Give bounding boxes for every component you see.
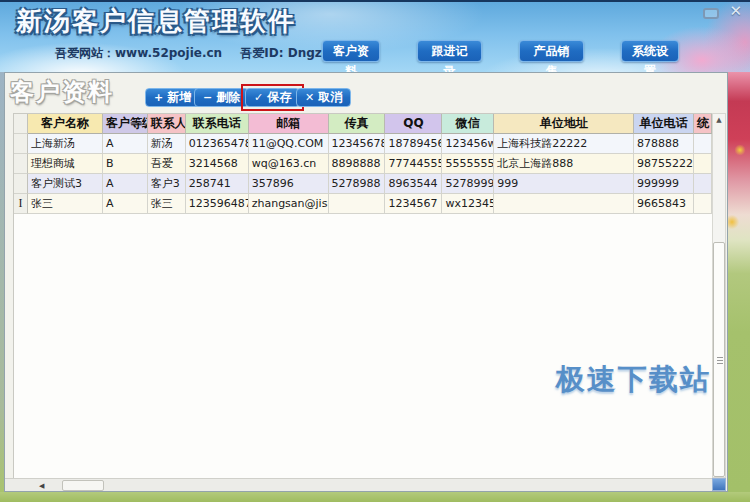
check-icon: ✓ — [254, 89, 263, 106]
table-row: 客户测试3A客户32587413578965278988896354452789… — [14, 174, 712, 194]
table-cell[interactable]: 258741 — [186, 174, 249, 194]
table-cell[interactable] — [329, 194, 386, 214]
scrollbar-grip — [717, 357, 723, 364]
table-cell[interactable]: 客户3 — [148, 174, 186, 194]
minus-icon: − — [203, 89, 212, 106]
table-cell[interactable]: 98755222 — [634, 154, 694, 174]
vertical-scrollbar-thumb[interactable] — [713, 242, 725, 477]
table-cell[interactable]: 01236547890 — [186, 134, 249, 154]
save-button[interactable]: ✓ 保存 — [245, 88, 300, 107]
table-cell[interactable]: 3214568 — [186, 154, 249, 174]
plus-icon: + — [154, 89, 163, 106]
table-cell[interactable]: 999 — [494, 174, 634, 194]
table-cell[interactable]: A — [103, 194, 148, 214]
table-cell[interactable]: 1234567 — [385, 194, 442, 214]
table-cell[interactable]: 上海新汤 — [28, 134, 103, 154]
table-cell[interactable]: 357896 — [249, 174, 329, 194]
column-header-11[interactable]: 统 — [694, 114, 712, 134]
scroll-left-icon[interactable]: ◀ — [39, 481, 44, 491]
row-indicator-cell[interactable] — [14, 134, 28, 154]
table-cell[interactable]: 11@QQ.COM — [249, 134, 329, 154]
column-header-4[interactable]: 联系电话 — [186, 114, 249, 134]
table-row: 理想商城B吾爱3214568wq@163.cn88988887774455555… — [14, 154, 712, 174]
column-header-9[interactable]: 单位地址 — [494, 114, 634, 134]
table-cell[interactable]: 123456789 — [329, 134, 386, 154]
column-header-2[interactable]: 客户等级 — [103, 114, 148, 134]
vertical-scrollbar[interactable]: ▲ — [712, 113, 726, 478]
horizontal-scrollbar-thumb[interactable] — [62, 480, 104, 491]
maximize-icon[interactable] — [703, 8, 719, 19]
row-edit-indicator[interactable]: I — [14, 194, 28, 214]
table-cell[interactable]: B — [103, 154, 148, 174]
table-cell[interactable]: 5555555 — [442, 154, 494, 174]
watermark-text: 极速下载站 — [556, 360, 711, 400]
window-controls: ✕ — [703, 2, 742, 20]
app-window: 新汤客户信息管理软件 ✕ 吾爱网站：www.52pojie.cn 吾爱ID: D… — [0, 0, 750, 502]
table-cell[interactable]: 8963544 — [385, 174, 442, 194]
close-icon[interactable]: ✕ — [729, 2, 742, 20]
table-cell[interactable]: 理想商城 — [28, 154, 103, 174]
table-cell[interactable]: 9665843 — [634, 194, 694, 214]
column-header-5[interactable]: 邮箱 — [249, 114, 329, 134]
add-button[interactable]: + 新增 — [145, 88, 200, 107]
scrollbar-corner — [712, 478, 726, 491]
delete-button-label: 删除 — [216, 89, 240, 106]
table-cell[interactable]: 1878945698 — [385, 134, 442, 154]
app-title: 新汤客户信息管理软件 — [16, 4, 296, 39]
table-cell[interactable]: A — [103, 134, 148, 154]
table-row: I张三A张三12359648713zhangsan@jisux1234567wx… — [14, 194, 712, 214]
nav-customer-info-button[interactable]: 客户资料 — [322, 40, 380, 62]
table-cell[interactable]: 777445555 — [385, 154, 442, 174]
table-cell[interactable]: 5278988 — [329, 174, 386, 194]
column-header-3[interactable]: 联系人 — [148, 114, 186, 134]
table-cell[interactable]: 123456www — [442, 134, 494, 154]
row-indicator-cell[interactable] — [14, 154, 28, 174]
window-frame-right — [728, 72, 750, 492]
page-title: 客户资料 — [10, 76, 114, 108]
table-cell[interactable]: wx1234567 — [442, 194, 494, 214]
table-cell[interactable]: 新汤 — [148, 134, 186, 154]
table-cell[interactable]: 12359648713 — [186, 194, 249, 214]
column-header-7[interactable]: QQ — [385, 114, 442, 134]
table-cell[interactable] — [694, 194, 712, 214]
save-button-highlight-box: ✓ 保存 — [241, 84, 304, 111]
table-cell[interactable]: 张三 — [28, 194, 103, 214]
table-cell[interactable] — [494, 194, 634, 214]
row-indicator-header — [14, 114, 28, 134]
account-info: 吾爱网站：www.52pojie.cn 吾爱ID: Dngzdly — [55, 45, 356, 62]
table-cell[interactable]: A — [103, 174, 148, 194]
scroll-up-icon[interactable]: ▲ — [713, 114, 725, 127]
table-cell[interactable] — [694, 154, 712, 174]
row-indicator-cell[interactable] — [14, 174, 28, 194]
column-header-10[interactable]: 单位电话 — [634, 114, 694, 134]
customer-table: 客户名称客户等级联系人联系电话邮箱传真QQ微信单位地址单位电话统上海新汤A新汤0… — [13, 113, 712, 478]
table-cell[interactable]: 吾爱 — [148, 154, 186, 174]
column-header-1[interactable]: 客户名称 — [28, 114, 103, 134]
table-cell[interactable]: 张三 — [148, 194, 186, 214]
table-header-row: 客户名称客户等级联系人联系电话邮箱传真QQ微信单位地址单位电话统 — [14, 114, 712, 134]
x-icon: ✕ — [305, 89, 314, 106]
cancel-button[interactable]: ✕ 取消 — [296, 88, 351, 107]
column-header-6[interactable]: 传真 — [329, 114, 386, 134]
table-cell[interactable]: 北京上海路888 — [494, 154, 634, 174]
add-button-label: 新增 — [167, 89, 191, 106]
nav-product-sales-button[interactable]: 产品销售 — [519, 40, 584, 62]
table-cell[interactable]: zhangsan@jisux — [249, 194, 329, 214]
nav-system-settings-button[interactable]: 系统设置 — [621, 40, 679, 62]
window-frame-bottom — [0, 492, 750, 502]
table-cell[interactable]: 客户测试3 — [28, 174, 103, 194]
horizontal-scrollbar[interactable]: ◀ — [5, 478, 712, 491]
save-button-label: 保存 — [267, 89, 291, 106]
table-cell[interactable] — [694, 174, 712, 194]
table-cell[interactable]: 999999 — [634, 174, 694, 194]
table-cell[interactable]: 878888 — [634, 134, 694, 154]
table-cell[interactable]: 上海科技路22222 — [494, 134, 634, 154]
column-header-8[interactable]: 微信 — [442, 114, 494, 134]
table-cell[interactable] — [694, 134, 712, 154]
table-cell[interactable]: 52789999 — [442, 174, 494, 194]
table-cell[interactable]: 8898888 — [329, 154, 386, 174]
table-cell[interactable]: wq@163.cn — [249, 154, 329, 174]
nav-followup-record-button[interactable]: 跟进记录 — [417, 40, 482, 62]
cancel-button-label: 取消 — [318, 89, 342, 106]
site-label: 吾爱网站：www.52pojie.cn — [55, 46, 222, 60]
